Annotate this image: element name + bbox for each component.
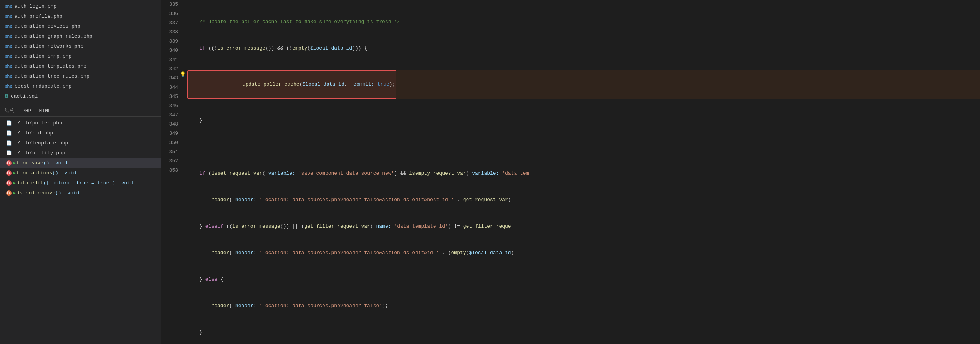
code-line-337: 💡 update_poller_cache($local_data_id, co…: [187, 70, 980, 99]
line-numbers: 335 336 337 338 339 340 341 342 343 344 …: [161, 0, 181, 344]
line-number: 348: [161, 120, 178, 129]
tab-html[interactable]: HTML: [37, 107, 52, 114]
line-number: 335: [161, 0, 178, 9]
file-icon: 📄: [6, 149, 12, 157]
struct-item-form-actions[interactable]: fx ▶ form_actions(): void: [0, 168, 161, 178]
fx-icon: fx: [6, 180, 12, 186]
structure-list: 📄 ./lib/poller.php 📄 ./lib/rrd.php 📄 ./l…: [0, 117, 161, 344]
line-number: 347: [161, 111, 178, 120]
struct-item-label: ./lib/utility.php: [14, 149, 65, 157]
php-badge: php: [5, 62, 12, 71]
sidebar-tabs: 结构 PHP HTML: [0, 105, 161, 117]
file-item[interactable]: php auth_login.php: [0, 2, 161, 12]
php-badge: php: [5, 2, 12, 11]
line-number: 342: [161, 64, 178, 74]
line-number: 338: [161, 28, 178, 37]
struct-item-label: data_edit: [17, 179, 43, 187]
file-item[interactable]: php automation_graph_rules.php: [0, 31, 161, 41]
struct-item-rrd[interactable]: 📄 ./lib/rrd.php: [0, 128, 161, 138]
struct-item-form-save[interactable]: fx ▶ form_save(): void: [0, 158, 161, 168]
code-line-336: if ((!is_error_message()) && (!empty($lo…: [187, 44, 980, 53]
line-number: 337: [161, 18, 178, 28]
php-badge: php: [5, 22, 12, 31]
file-item[interactable]: php automation_templates.php: [0, 61, 161, 71]
php-badge: php: [5, 32, 12, 41]
code-line-341: header( header: 'Location: data_sources.…: [187, 195, 980, 205]
filename: auth_profile.php: [15, 12, 63, 21]
struct-item-label: form_actions: [17, 169, 53, 177]
code-line-343: header( header: 'Location: data_sources.…: [187, 248, 980, 258]
file-icon: 📄: [6, 129, 12, 137]
filename: automation_graph_rules.php: [15, 32, 93, 41]
line-number: 352: [161, 157, 178, 166]
fx-icon: fx: [6, 190, 12, 196]
sidebar-divider: [0, 104, 161, 104]
php-badge: php: [5, 82, 12, 91]
editor: 335 336 337 338 339 340 341 342 343 344 …: [161, 0, 980, 344]
php-badge: php: [5, 12, 12, 21]
file-icon: 📄: [6, 119, 12, 127]
code-line-346: }: [187, 328, 980, 337]
code-text: /* update the poller cache last to make …: [187, 17, 400, 26]
file-item[interactable]: php auth_profile.php: [0, 12, 161, 22]
lightbulb-icon: 💡: [181, 70, 186, 79]
file-item[interactable]: php automation_tree_rules.php: [0, 71, 161, 81]
arrow-icon: ▶: [13, 189, 16, 197]
filename: automation_devices.php: [15, 22, 81, 31]
struct-func-type: (): void: [43, 159, 67, 167]
struct-item-ds-rrd-remove[interactable]: fx ▶ ds_rrd_remove(): void: [0, 188, 161, 198]
code-area[interactable]: 335 336 337 338 339 340 341 342 343 344 …: [161, 0, 980, 344]
struct-item-label: ./lib/rrd.php: [14, 129, 53, 137]
file-item[interactable]: php automation_networks.php: [0, 41, 161, 51]
arrow-icon: ▶: [13, 179, 16, 187]
file-item[interactable]: php automation_devices.php: [0, 22, 161, 31]
filename: auth_login.php: [15, 2, 56, 11]
php-badge: php: [5, 52, 12, 61]
filename: automation_snmp.php: [15, 52, 71, 61]
struct-item-poller[interactable]: 📄 ./lib/poller.php: [0, 118, 161, 128]
struct-item-utility[interactable]: 📄 ./lib/utility.php: [0, 148, 161, 158]
line-number: 344: [161, 83, 178, 92]
line-number: 351: [161, 147, 178, 157]
tab-structure-label: 结构: [3, 106, 16, 115]
filename: automation_tree_rules.php: [15, 72, 89, 81]
code-content: /* update the poller cache last to make …: [181, 0, 980, 344]
line-number: 339: [161, 37, 178, 46]
filename: cacti.sql: [11, 92, 38, 101]
struct-func-type: (): void: [55, 189, 79, 197]
code-line-335: /* update the poller cache last to make …: [187, 17, 980, 26]
file-list: php auth_login.php php auth_profile.php …: [0, 0, 161, 103]
code-line-344: } else {: [187, 275, 980, 284]
code-line-339: [187, 142, 980, 152]
line-number: 346: [161, 101, 178, 111]
fx-icon: fx: [6, 170, 12, 176]
line-number: 349: [161, 129, 178, 138]
struct-item-data-edit[interactable]: fx ▶ data_edit([incform: true = true]): …: [0, 178, 161, 188]
struct-func-type: ([incform: true = true]): void: [43, 179, 133, 187]
line-number: 343: [161, 74, 178, 83]
filename: automation_networks.php: [15, 42, 83, 51]
line-number: 336: [161, 9, 178, 18]
filename: boost_rrdupdate.php: [15, 82, 71, 91]
file-item[interactable]: php boost_rrdupdate.php: [0, 81, 161, 91]
line-number: 341: [161, 55, 178, 64]
tab-php[interactable]: PHP: [21, 107, 33, 114]
code-line-345: header( header: 'Location: data_sources.…: [187, 301, 980, 311]
line-number: 345: [161, 92, 178, 101]
sidebar: php auth_login.php php auth_profile.php …: [0, 0, 161, 344]
filename: automation_templates.php: [15, 62, 86, 71]
php-badge: php: [5, 72, 12, 81]
struct-func-type: (): void: [52, 169, 76, 177]
arrow-icon: ▶: [13, 159, 16, 167]
file-item[interactable]: php automation_snmp.php: [0, 51, 161, 61]
line-number: 340: [161, 46, 178, 55]
php-badge: php: [5, 42, 12, 51]
file-item[interactable]: 🗄 cacti.sql: [0, 91, 161, 101]
file-icon: 📄: [6, 139, 12, 147]
struct-item-template[interactable]: 📄 ./lib/template.php: [0, 138, 161, 148]
struct-item-label: ds_rrd_remove: [17, 189, 55, 197]
line-number: 350: [161, 138, 178, 147]
struct-item-label: ./lib/template.php: [14, 139, 68, 147]
code-line-342: } elseif ((is_error_message()) || (get_f…: [187, 222, 980, 231]
struct-item-label: form_save: [17, 159, 43, 167]
